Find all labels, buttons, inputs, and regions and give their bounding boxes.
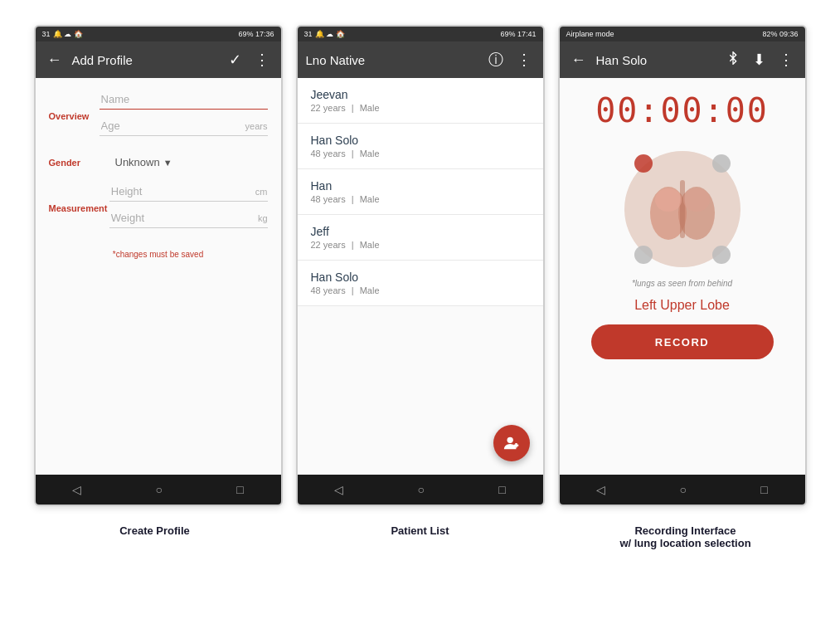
nav-bar-3: ◁ ○ □	[560, 475, 805, 505]
overview-label-col: Overview	[49, 108, 100, 124]
weight-row: kg	[109, 208, 268, 228]
patient-meta-4: 48 years | Male	[311, 285, 530, 295]
patient-meta-1: 48 years | Male	[311, 149, 530, 158]
patient-age-2: 48 years	[311, 194, 346, 204]
sensor-top-left[interactable]	[634, 154, 653, 173]
sensor-bottom-left[interactable]	[634, 246, 653, 264]
lung-diagram	[616, 143, 749, 275]
patient-item-0[interactable]: Jeevan 22 years | Male	[298, 78, 543, 124]
sensor-bottom-right[interactable]	[712, 246, 731, 264]
caption-3: Recording Interface w/ lung location sel…	[570, 524, 802, 549]
chevron-down-icon: ▼	[163, 158, 172, 168]
status-info-3: 82% 09:36	[762, 30, 798, 38]
patient-item-1[interactable]: Han Solo 48 years | Male	[298, 124, 543, 169]
menu-icon-3[interactable]: ⋮	[775, 47, 797, 72]
svg-point-7	[683, 188, 710, 212]
toolbar-title-2: Lno Native	[306, 53, 478, 67]
gender-value: Unknown	[115, 156, 160, 168]
status-time-left-1: 31	[42, 30, 51, 38]
check-icon-1[interactable]: ✓	[226, 47, 245, 72]
patient-sep-3: |	[352, 240, 357, 250]
back-nav-btn-1[interactable]: ◁	[72, 483, 81, 496]
patient-name-3: Jeff	[311, 225, 530, 238]
patient-age-1: 48 years	[311, 149, 346, 158]
patient-item-4[interactable]: Han Solo 48 years | Male	[298, 261, 543, 306]
patient-gender-0: Male	[360, 103, 380, 113]
lung-svg	[637, 163, 728, 255]
toolbar-title-1: Add Profile	[72, 53, 219, 67]
patient-item-2[interactable]: Han 48 years | Male	[298, 169, 543, 215]
patient-gender-1: Male	[360, 149, 380, 158]
phone-patient-list: 31 🔔 ☁ 🏠 69% 17:41 Lno Native ⓘ ⋮ Jeevan…	[296, 25, 545, 506]
weight-unit: kg	[255, 213, 268, 223]
profile-form-container: Overview years Gender	[36, 78, 281, 475]
home-nav-btn-3[interactable]: ○	[680, 483, 687, 496]
menu-icon-1[interactable]: ⋮	[251, 47, 273, 72]
status-bar-3: Airplane mode 82% 09:36	[560, 27, 805, 41]
measurement-fields: cm kg	[109, 182, 268, 235]
svg-point-6	[655, 188, 682, 212]
toolbar-3: ← Han Solo ⬇ ⋮	[560, 41, 805, 78]
toolbar-1: ← Add Profile ✓ ⋮	[36, 41, 281, 78]
status-num-2: 31	[304, 30, 313, 38]
svg-rect-5	[680, 180, 685, 238]
home-nav-btn-1[interactable]: ○	[156, 483, 163, 496]
patient-item-3[interactable]: Jeff 22 years | Male	[298, 215, 543, 261]
recent-nav-btn-2[interactable]: □	[498, 483, 505, 496]
patient-name-4: Han Solo	[311, 271, 530, 284]
profile-form: Overview years Gender	[36, 78, 281, 271]
patient-name-2: Han	[311, 179, 530, 193]
phone-recording: Airplane mode 82% 09:36 ← Han Solo ⬇ ⋮ 0…	[558, 25, 807, 506]
record-button[interactable]: RECORD	[591, 324, 774, 359]
phones-container: 31 🔔 ☁ 🏠 69% 17:36 ← Add Profile ✓ ⋮ Ove…	[34, 25, 807, 506]
nav-bar-1: ◁ ○ □	[36, 475, 281, 505]
status-icons-2: 🔔 ☁ 🏠	[315, 30, 345, 38]
back-nav-btn-2[interactable]: ◁	[334, 483, 343, 496]
add-patient-fab[interactable]	[493, 425, 530, 461]
status-bar-right-3: 82% 09:36	[762, 30, 798, 38]
download-icon-3[interactable]: ⬇	[750, 47, 769, 72]
phone-create-profile: 31 🔔 ☁ 🏠 69% 17:36 ← Add Profile ✓ ⋮ Ove…	[34, 25, 283, 506]
height-input[interactable]	[109, 182, 252, 201]
sensor-top-right[interactable]	[712, 154, 731, 173]
home-nav-btn-2[interactable]: ○	[418, 483, 425, 496]
svg-point-0	[507, 437, 512, 443]
weight-input[interactable]	[109, 208, 255, 227]
patient-meta-3: 22 years | Male	[311, 240, 530, 250]
recent-nav-btn-3[interactable]: □	[760, 483, 767, 496]
recording-content: 00:00:00	[560, 78, 805, 475]
gender-select[interactable]: Unknown ▼	[115, 153, 268, 172]
status-icons-1: 🔔 ☁ 🏠	[53, 30, 83, 38]
recording-main: 00:00:00	[560, 78, 805, 475]
lobe-label: Left Upper Lobe	[634, 298, 730, 313]
age-input[interactable]	[100, 116, 242, 135]
back-nav-btn-3[interactable]: ◁	[596, 483, 605, 496]
info-icon-2[interactable]: ⓘ	[485, 46, 507, 73]
patient-name-0: Jeevan	[311, 88, 530, 101]
patient-sep-2: |	[352, 194, 357, 204]
menu-icon-2[interactable]: ⋮	[513, 47, 535, 72]
toolbar-2: Lno Native ⓘ ⋮	[298, 41, 543, 78]
status-bar-left-2: 31 🔔 ☁ 🏠	[304, 30, 345, 38]
name-input[interactable]	[100, 90, 268, 110]
patient-list: Jeevan 22 years | Male Han Solo 48 years…	[298, 78, 543, 475]
patient-age-3: 22 years	[311, 240, 346, 250]
bluetooth-icon-3[interactable]	[723, 48, 743, 72]
back-icon-1[interactable]: ←	[44, 48, 66, 72]
status-bar-right-1: 69% 17:36	[238, 30, 274, 38]
patient-gender-3: Male	[360, 240, 380, 250]
patient-list-container: Jeevan 22 years | Male Han Solo 48 years…	[298, 78, 543, 475]
changes-note: *changes must be saved	[49, 250, 268, 259]
patient-sep-4: |	[352, 285, 357, 295]
caption-2: Patient List	[304, 524, 537, 549]
back-icon-3[interactable]: ←	[568, 48, 590, 72]
status-info-1: 69% 17:36	[238, 30, 274, 38]
patient-meta-2: 48 years | Male	[311, 194, 530, 204]
measurement-label-col: Measurement	[49, 200, 109, 217]
status-bar-2: 31 🔔 ☁ 🏠 69% 17:41	[298, 27, 543, 41]
toolbar-title-3: Han Solo	[596, 53, 716, 67]
measurement-row: Measurement cm kg	[49, 182, 268, 235]
recent-nav-btn-1[interactable]: □	[236, 483, 243, 496]
gender-label: Gender	[49, 158, 115, 168]
height-row: cm	[109, 182, 268, 202]
